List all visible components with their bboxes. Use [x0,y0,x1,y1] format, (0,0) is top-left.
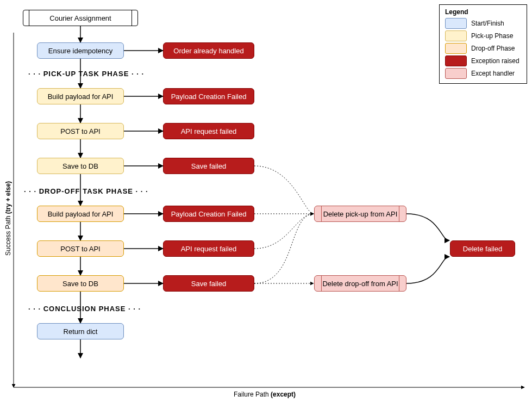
text: Save failed [191,280,226,288]
legend-row-exception: Exception raised [445,55,521,66]
phase-conclusion: CONCLUSION PHASE [28,305,141,313]
err-payload1: Payload Creation Failed [163,88,254,104]
err-save2: Save failed [163,275,254,292]
node-do-build: Build payload for API [37,206,124,222]
text: Success Path [4,214,12,256]
text: Return dict [64,327,98,336]
swatch-exception-icon [445,55,467,66]
legend-row-handler: Except handler [445,68,521,79]
err-delete-fail: Delete failed [450,240,515,257]
node-pk-build: Build payload for API [37,88,124,104]
text: Build payload for API [48,92,114,101]
node-pk-post: POST to API [37,123,124,139]
text: Start/Finish [471,20,504,27]
text: POST to API [60,127,100,135]
text: Failure Path [234,391,271,398]
text: Save to DB [62,162,98,170]
node-pk-save: Save to DB [37,158,124,174]
legend-row-pickup: Pick-up Phase [445,30,521,41]
phase-pickup: PICK-UP TASK PHASE [28,70,144,78]
text: Payload Creation Failed [171,92,247,101]
node-do-post: POST to API [37,240,124,257]
node-header: Courier Assignment [23,10,138,26]
y-axis-label: Success Path (try + else) [4,181,12,256]
swatch-handler-icon [445,68,467,79]
x-axis-label: Failure Path (except) [234,391,296,398]
text: Order already handled [173,47,243,55]
text: DROP-OFF TASK PHASE [39,187,133,195]
text: Save failed [191,162,226,170]
text: API request failed [181,245,237,253]
err-handled: Order already handled [163,42,254,59]
text: Build payload for API [48,210,114,218]
text: API request failed [181,127,237,135]
text-bold: (except) [271,391,296,398]
err-api1: API request failed [163,123,254,139]
text: POST to API [60,245,100,253]
node-return: Return dict [37,323,124,339]
diagram-canvas: Courier Assignment Ensure idempotency PI… [0,0,532,402]
node-idempotency: Ensure idempotency [37,42,124,59]
text: PICK-UP TASK PHASE [43,70,129,78]
handler-del-dropoff: Delete drop-off from API [314,275,406,292]
text: Drop-off Phase [471,45,515,52]
text: Delete drop-off from API [322,280,398,288]
err-payload2: Payload Creation Failed [163,206,254,222]
legend-row-start: Start/Finish [445,18,521,29]
text-bold: (try + else) [4,181,12,214]
text: Pick-up Phase [471,32,513,40]
text: Delete pick-up from API [323,210,398,218]
text: Courier Assignment [49,14,111,22]
err-api2: API request failed [163,240,254,257]
text: Delete failed [463,245,502,253]
legend: Legend Start/Finish Pick-up Phase Drop-o… [439,4,527,84]
legend-row-dropoff: Drop-off Phase [445,43,521,54]
text: Save to DB [62,280,98,288]
node-do-save: Save to DB [37,275,124,292]
text: Payload Creation Failed [171,210,247,218]
text: CONCLUSION PHASE [43,305,126,313]
legend-title: Legend [445,8,521,16]
phase-dropoff: DROP-OFF TASK PHASE [24,187,148,195]
handler-del-pickup: Delete pick-up from API [314,206,406,222]
text: Exception raised [471,57,520,65]
swatch-pickup-icon [445,30,467,41]
swatch-dropoff-icon [445,43,467,54]
err-save1: Save failed [163,158,254,174]
text: Except handler [471,70,515,77]
swatch-start-icon [445,18,467,29]
text: Ensure idempotency [48,47,113,55]
